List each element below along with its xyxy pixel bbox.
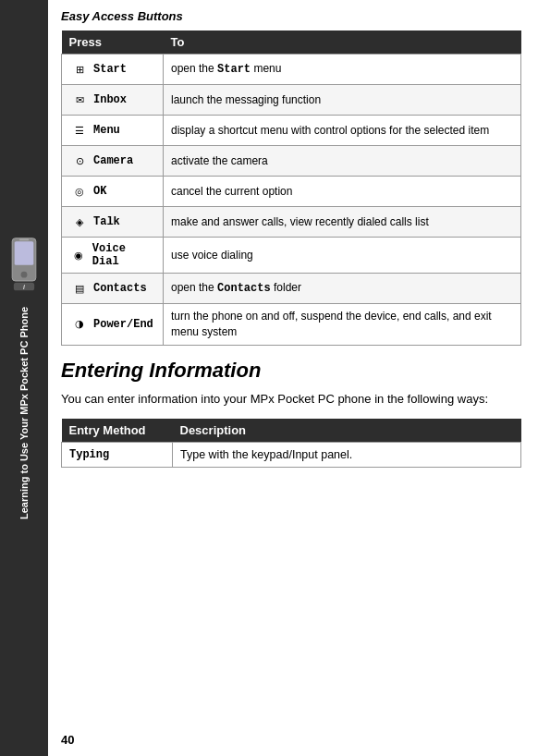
page-title: Easy Access Buttons — [61, 9, 521, 23]
main-content: Easy Access Buttons Press To ⊞Startopen … — [48, 0, 538, 756]
entry-col1: Entry Method — [62, 419, 173, 443]
description-cell: Type with the keypad/Input panel. — [173, 443, 521, 468]
key-label: Power/End — [93, 318, 153, 331]
table-row: ⊞Startopen the Start menu — [62, 55, 521, 85]
desc-cell: display a shortcut menu with control opt… — [164, 116, 521, 146]
sidebar-label: Learning to Use Your MPx Pocket PC Phone — [18, 307, 31, 519]
key-icon: ☰ — [69, 120, 90, 140]
key-cell: ⊙Camera — [62, 146, 164, 177]
sidebar: i Learning to Use Your MPx Pocket PC Pho… — [0, 0, 48, 756]
section-body: You can enter information into your MPx … — [61, 390, 521, 408]
table-row: ◉Voice Dialuse voice dialing — [62, 238, 521, 274]
key-icon: ▤ — [69, 278, 90, 299]
svg-rect-3 — [19, 239, 29, 241]
key-label: Contacts — [93, 282, 147, 295]
key-label: Camera — [93, 154, 133, 167]
table-row: ◈Talkmake and answer calls, view recentl… — [62, 207, 521, 238]
desc-cell: open the Contacts folder — [164, 274, 521, 304]
col-press: Press — [62, 30, 164, 55]
table-row: ◑Power/Endturn the phone on and off, sus… — [62, 304, 521, 346]
key-cell: ☰Menu — [62, 116, 164, 146]
key-cell: ◉Voice Dial — [62, 238, 164, 274]
key-cell: ◑Power/End — [62, 304, 164, 346]
key-cell: ▤Contacts — [62, 274, 164, 304]
key-icon: ✉ — [69, 90, 90, 110]
key-label: Inbox — [93, 93, 127, 106]
key-label: Start — [93, 63, 127, 76]
table-row: ◎OKcancel the current option — [62, 177, 521, 207]
desc-cell: activate the camera — [164, 146, 521, 177]
desc-cell: use voice dialing — [164, 238, 521, 274]
desc-cell: turn the phone on and off, suspend the d… — [164, 304, 521, 346]
desc-cell: make and answer calls, view recently dia… — [164, 207, 521, 238]
key-label: Talk — [93, 215, 120, 228]
phone-icon: i — [7, 237, 41, 292]
key-cell: ⊞Start — [62, 55, 164, 85]
key-label: OK — [93, 185, 106, 198]
key-icon: ⊙ — [69, 151, 90, 171]
table-row: ☰Menudisplay a shortcut menu with contro… — [62, 116, 521, 146]
desc-cell: cancel the current option — [164, 177, 521, 207]
method-cell: Typing — [62, 443, 173, 468]
entry-table: Entry Method Description TypingType with… — [61, 419, 521, 468]
key-icon: ◑ — [69, 314, 90, 335]
desc-cell: launch the messaging function — [164, 85, 521, 116]
section-heading: Entering Information — [61, 359, 521, 383]
key-icon: ◉ — [69, 245, 89, 265]
key-label: Voice Dial — [92, 242, 155, 268]
svg-point-2 — [21, 272, 28, 278]
svg-rect-1 — [15, 241, 34, 265]
key-icon: ◈ — [69, 212, 90, 232]
table-row: ✉Inboxlaunch the messaging function — [62, 85, 521, 116]
key-icon: ⊞ — [69, 59, 90, 79]
key-cell: ◎OK — [62, 177, 164, 207]
desc-cell: open the Start menu — [164, 55, 521, 85]
table-row: ▤Contactsopen the Contacts folder — [62, 274, 521, 304]
page-number: 40 — [61, 733, 74, 747]
key-cell: ◈Talk — [62, 207, 164, 238]
table-row: ⊙Cameraactivate the camera — [62, 146, 521, 177]
key-cell: ✉Inbox — [62, 85, 164, 116]
entry-col2: Description — [173, 419, 521, 443]
key-label: Menu — [93, 124, 120, 137]
list-item: TypingType with the keypad/Input panel. — [62, 443, 521, 468]
access-table: Press To ⊞Startopen the Start menu✉Inbox… — [61, 30, 521, 346]
col-to: To — [164, 30, 521, 55]
key-icon: ◎ — [69, 181, 90, 201]
